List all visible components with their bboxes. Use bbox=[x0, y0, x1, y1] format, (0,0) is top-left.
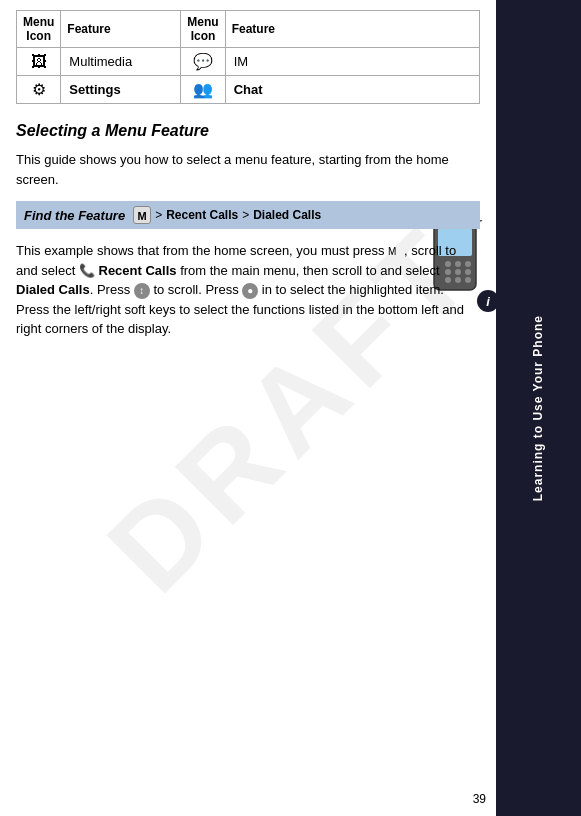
dialed-calls-label: Dialed Calls bbox=[253, 208, 321, 222]
section-heading: Selecting a Menu Feature bbox=[16, 122, 480, 140]
col-header-feature2: Feature bbox=[225, 11, 479, 48]
row0-icon1: 🖼 bbox=[17, 48, 61, 76]
scroll-button-icon: ↕ bbox=[134, 283, 150, 299]
table-row-0: 🖼 Multimedia 💬 IM bbox=[17, 48, 480, 76]
page-number: 39 bbox=[473, 792, 486, 806]
find-feature-label: Find the Feature bbox=[24, 208, 125, 223]
row0-feature2: IM bbox=[225, 48, 479, 76]
main-content: MenuIcon Feature MenuIcon Feature 🖼 Mult… bbox=[0, 0, 490, 361]
right-sidebar: Learning to Use Your Phone bbox=[496, 0, 581, 816]
col-header-feature1: Feature bbox=[61, 11, 181, 48]
menu-feature-table: MenuIcon Feature MenuIcon Feature 🖼 Mult… bbox=[16, 10, 480, 104]
dialed-calls-inline: Dialed Calls bbox=[16, 282, 90, 297]
table-row-1: ⚙ Settings 👥 Chat bbox=[17, 76, 480, 104]
menu-button-icon: M bbox=[133, 206, 151, 224]
find-feature-path: M > Recent Calls > Dialed Calls bbox=[133, 206, 321, 224]
select-button-icon: ● bbox=[242, 283, 258, 299]
recent-calls-label: Recent Calls bbox=[166, 208, 238, 222]
row1-feature2: Chat bbox=[225, 76, 479, 104]
body-text: This example shows that from the home sc… bbox=[16, 241, 480, 339]
recent-calls-inline: 📞 Recent Calls bbox=[79, 263, 177, 278]
row0-feature1: Multimedia bbox=[61, 48, 181, 76]
path-separator-1: > bbox=[155, 208, 162, 222]
row1-icon2: 👥 bbox=[181, 76, 225, 104]
col-header-icon2: MenuIcon bbox=[181, 11, 225, 48]
intro-text: This guide shows you how to select a men… bbox=[16, 150, 480, 189]
sidebar-text: Learning to Use Your Phone bbox=[530, 315, 547, 501]
path-separator-2: > bbox=[242, 208, 249, 222]
inline-menu-button: M bbox=[388, 244, 404, 260]
find-feature-bar: Find the Feature M > Recent Calls > Dial… bbox=[16, 201, 480, 229]
row1-icon1: ⚙ bbox=[17, 76, 61, 104]
col-header-icon1: MenuIcon bbox=[17, 11, 61, 48]
row1-feature1: Settings bbox=[61, 76, 181, 104]
row0-icon2: 💬 bbox=[181, 48, 225, 76]
